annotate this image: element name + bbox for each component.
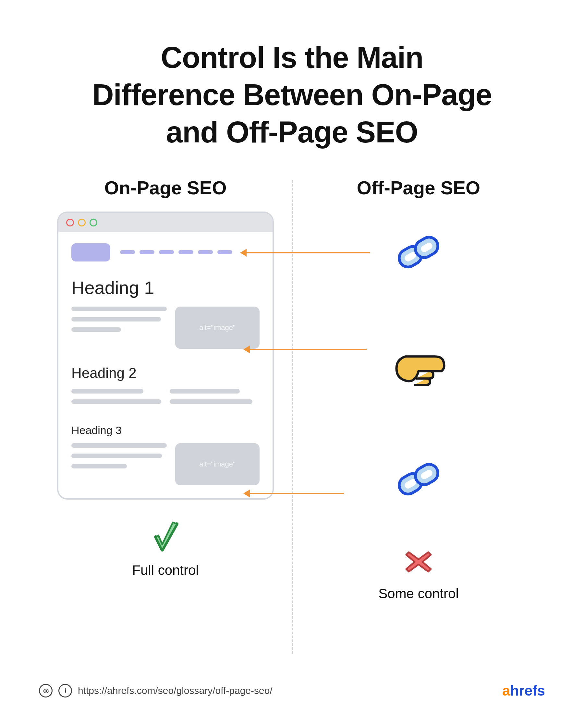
left-title: On-Page SEO — [39, 177, 292, 199]
left-status-text: Full control — [132, 563, 199, 578]
chain-link-icon — [391, 225, 446, 280]
browser-titlebar — [58, 213, 273, 232]
traffic-light-min-icon — [78, 219, 86, 227]
footer: cc i https://ahrefs.com/seo/glossary/off… — [39, 682, 545, 699]
logo-placeholder — [71, 243, 110, 261]
columns: On-Page SEO Heading 1 — [0, 177, 584, 601]
image-placeholder: alt="image" — [175, 443, 259, 485]
chain-link-icon — [391, 451, 446, 507]
left-column: On-Page SEO Heading 1 — [39, 177, 292, 578]
cc-license-icon: cc — [39, 684, 53, 698]
arrow-icon — [250, 493, 344, 494]
source-url: https://ahrefs.com/seo/glossary/off-page… — [78, 685, 273, 696]
arrow-icon — [250, 349, 366, 350]
traffic-light-max-icon — [90, 219, 97, 227]
main-title: Control Is the Main Difference Between O… — [39, 39, 545, 151]
column-divider — [292, 180, 293, 654]
heading-1: Heading 1 — [71, 277, 259, 298]
right-status-text: Some control — [378, 586, 458, 601]
cross-icon — [402, 546, 435, 579]
point-hand-icon — [391, 338, 446, 393]
ahrefs-logo: ahrefs — [502, 682, 545, 699]
paragraph-placeholder — [71, 389, 161, 410]
image-placeholder: alt="image" — [175, 307, 259, 349]
heading-2: Heading 2 — [71, 365, 259, 381]
heading-3: Heading 3 — [71, 424, 259, 437]
check-icon — [151, 519, 180, 556]
paragraph-placeholder — [71, 443, 167, 474]
arrow-icon — [247, 252, 370, 253]
right-title: Off-Page SEO — [292, 177, 545, 199]
paragraph-placeholder — [170, 389, 259, 410]
nav-links-placeholder — [120, 250, 237, 255]
cc-by-icon: i — [58, 684, 72, 698]
right-column: Off-Page SEO — [292, 177, 545, 601]
paragraph-placeholder — [71, 307, 167, 338]
traffic-light-close-icon — [66, 219, 74, 227]
